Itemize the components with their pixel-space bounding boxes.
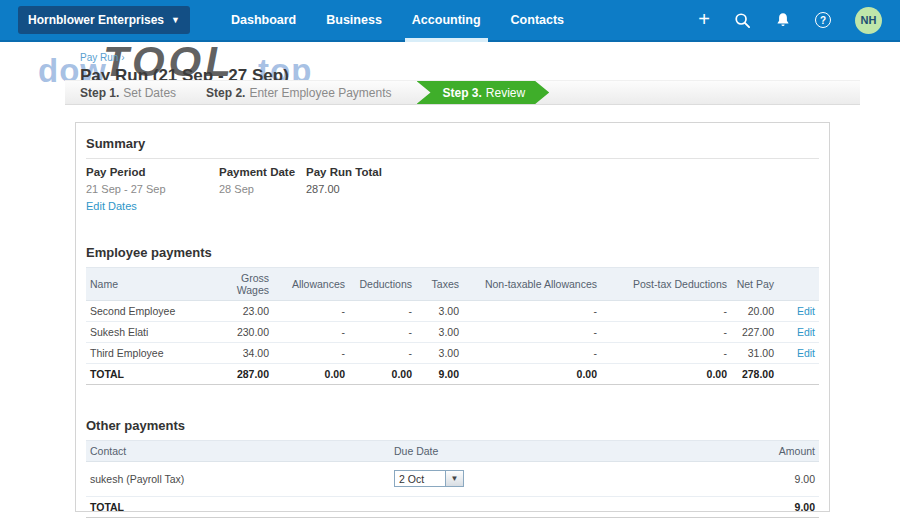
add-icon[interactable]: + bbox=[698, 11, 710, 29]
gross-wages-value: 34.00 bbox=[221, 343, 273, 364]
allowances-value: - bbox=[273, 322, 349, 343]
total-label: TOTAL bbox=[86, 497, 390, 518]
col-deductions: Deductions bbox=[349, 268, 416, 301]
col-non-taxable-allowances: Non-taxable Allowances bbox=[463, 268, 601, 301]
nav-item-dashboard[interactable]: Dashboard bbox=[216, 0, 311, 40]
edit-row-link[interactable]: Edit bbox=[797, 305, 815, 317]
pay-run-total-label: Pay Run Total bbox=[306, 166, 506, 178]
nav-item-contacts[interactable]: Contacts bbox=[496, 0, 579, 40]
employee-payments-table: Name Gross Wages Allowances Deductions T… bbox=[86, 267, 819, 385]
step-3-label: Review bbox=[486, 86, 525, 100]
bell-glyph bbox=[775, 12, 791, 28]
table-row: Third Employee 34.00 - - 3.00 - - 31.00 … bbox=[86, 343, 819, 364]
step-3-review-active[interactable]: Step 3. Review bbox=[417, 81, 550, 104]
employee-table-header-row: Name Gross Wages Allowances Deductions T… bbox=[86, 268, 819, 301]
step-2-enter-employee-payments[interactable]: Step 2. Enter Employee Payments bbox=[191, 81, 406, 104]
col-allowances: Allowances bbox=[273, 268, 349, 301]
gross-wages-value: 230.00 bbox=[221, 322, 273, 343]
due-date-select[interactable]: 2 Oct ▼ bbox=[394, 470, 464, 487]
deductions-value: - bbox=[349, 322, 416, 343]
col-amount: Amount bbox=[680, 441, 819, 462]
org-name: Hornblower Enterprises bbox=[28, 13, 164, 27]
total-deductions: 0.00 bbox=[349, 364, 416, 385]
net-pay-value: 20.00 bbox=[731, 301, 778, 322]
step-2-prefix: Step 2. bbox=[206, 86, 245, 100]
total-taxes: 9.00 bbox=[416, 364, 463, 385]
gross-wages-value: 23.00 bbox=[221, 301, 273, 322]
total-allowances: 0.00 bbox=[273, 364, 349, 385]
col-name: Name bbox=[86, 268, 221, 301]
notifications-bell-icon[interactable] bbox=[775, 12, 791, 28]
allowances-value: - bbox=[273, 343, 349, 364]
col-contact: Contact bbox=[86, 441, 390, 462]
post-tax-value: - bbox=[601, 322, 731, 343]
nav-item-accounting[interactable]: Accounting bbox=[397, 0, 496, 40]
primary-nav: Dashboard Business Accounting Contacts bbox=[216, 0, 579, 40]
summary-fields: Pay Period 21 Sep - 27 Sep Edit Dates Pa… bbox=[86, 159, 819, 214]
other-total-row: TOTAL 9.00 bbox=[86, 497, 819, 518]
question-mark-glyph: ? bbox=[815, 12, 831, 28]
non-taxable-value: - bbox=[463, 343, 601, 364]
total-non-taxable: 0.00 bbox=[463, 364, 601, 385]
other-payments-heading: Other payments bbox=[86, 413, 819, 440]
employee-payments-heading: Employee payments bbox=[86, 240, 819, 267]
col-net-pay: Net Pay bbox=[731, 268, 778, 301]
step-1-set-dates[interactable]: Step 1. Set Dates bbox=[65, 81, 191, 104]
breadcrumb[interactable]: Pay Run › bbox=[80, 52, 124, 63]
table-row: Sukesh Elati 230.00 - - 3.00 - - 227.00 … bbox=[86, 322, 819, 343]
col-gross-wages: Gross Wages bbox=[221, 268, 273, 301]
col-taxes: Taxes bbox=[416, 268, 463, 301]
help-icon[interactable]: ? bbox=[815, 12, 831, 28]
total-post-tax: 0.00 bbox=[601, 364, 731, 385]
non-taxable-value: - bbox=[463, 322, 601, 343]
org-switcher-button[interactable]: Hornblower Enterprises ▼ bbox=[18, 6, 190, 34]
step-2-label: Enter Employee Payments bbox=[249, 86, 391, 100]
deductions-value: - bbox=[349, 343, 416, 364]
other-total-amount: 9.00 bbox=[680, 497, 819, 518]
contact-name: sukesh (Payroll Tax) bbox=[86, 462, 390, 497]
pay-run-total-value: 287.00 bbox=[306, 183, 506, 195]
chevron-down-icon: ▼ bbox=[171, 16, 180, 25]
col-post-tax-deductions: Post-tax Deductions bbox=[601, 268, 731, 301]
payment-date-label: Payment Date bbox=[219, 166, 306, 178]
summary-pay-run-total: Pay Run Total 287.00 bbox=[306, 166, 506, 214]
employee-name: Third Employee bbox=[86, 343, 221, 364]
due-date-value: 2 Oct bbox=[394, 470, 446, 487]
post-tax-value: - bbox=[601, 301, 731, 322]
summary-payment-date: Payment Date 28 Sep bbox=[219, 166, 306, 214]
search-icon[interactable] bbox=[734, 12, 751, 29]
total-label: TOTAL bbox=[86, 364, 221, 385]
employee-name: Second Employee bbox=[86, 301, 221, 322]
employee-payments-section: Employee payments Name Gross Wages Allow… bbox=[86, 240, 819, 385]
nav-right-icons: + ? NH bbox=[698, 7, 882, 34]
step-1-label: Set Dates bbox=[123, 86, 176, 100]
net-pay-value: 31.00 bbox=[731, 343, 778, 364]
allowances-value: - bbox=[273, 301, 349, 322]
non-taxable-value: - bbox=[463, 301, 601, 322]
top-navigation-bar: Hornblower Enterprises ▼ Dashboard Busin… bbox=[0, 0, 900, 42]
edit-row-link[interactable]: Edit bbox=[797, 347, 815, 359]
taxes-value: 3.00 bbox=[416, 343, 463, 364]
edit-row-link[interactable]: Edit bbox=[797, 326, 815, 338]
user-avatar[interactable]: NH bbox=[855, 7, 882, 34]
net-pay-value: 227.00 bbox=[731, 322, 778, 343]
total-gross: 287.00 bbox=[221, 364, 273, 385]
taxes-value: 3.00 bbox=[416, 322, 463, 343]
employee-name: Sukesh Elati bbox=[86, 322, 221, 343]
deductions-value: - bbox=[349, 301, 416, 322]
summary-heading: Summary bbox=[86, 131, 819, 159]
total-net-pay: 278.00 bbox=[731, 364, 778, 385]
search-glyph bbox=[734, 12, 751, 29]
nav-item-business[interactable]: Business bbox=[311, 0, 397, 40]
other-payments-table: Contact Due Date Amount sukesh (Payroll … bbox=[86, 440, 819, 518]
step-1-prefix: Step 1. bbox=[80, 86, 119, 100]
summary-pay-period: Pay Period 21 Sep - 27 Sep Edit Dates bbox=[86, 166, 219, 214]
other-payment-row: sukesh (Payroll Tax) 2 Oct ▼ 9.00 bbox=[86, 462, 819, 497]
table-row: Second Employee 23.00 - - 3.00 - - 20.00… bbox=[86, 301, 819, 322]
step-wizard: Step 1. Set Dates Step 2. Enter Employee… bbox=[65, 80, 860, 105]
other-payments-section: Other payments Contact Due Date Amount s… bbox=[86, 413, 819, 518]
combo-dropdown-icon[interactable]: ▼ bbox=[446, 470, 464, 487]
plus-glyph: + bbox=[698, 9, 710, 29]
edit-dates-link[interactable]: Edit Dates bbox=[86, 200, 137, 212]
post-tax-value: - bbox=[601, 343, 731, 364]
